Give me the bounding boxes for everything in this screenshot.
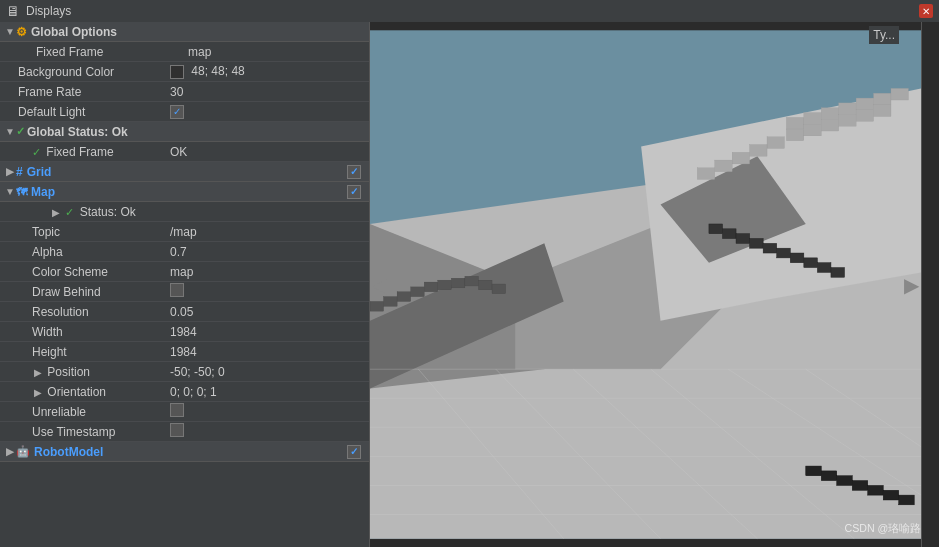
fixed-frame-row[interactable]: Fixed Frame map: [0, 42, 369, 62]
grid-icon: #: [16, 165, 23, 179]
frame-rate-label: Frame Rate: [0, 85, 170, 99]
use-timestamp-value[interactable]: [170, 423, 369, 440]
fixed-frame-value[interactable]: map: [188, 45, 369, 59]
orientation-row[interactable]: ▶ Orientation 0; 0; 0; 1: [0, 382, 369, 402]
default-light-row[interactable]: Default Light ✓: [0, 102, 369, 122]
use-timestamp-row[interactable]: Use Timestamp: [0, 422, 369, 442]
robot-model-header[interactable]: ▶ 🤖 RobotModel ✓: [0, 442, 369, 462]
fixed-frame-status-label: ✓ Fixed Frame: [0, 145, 170, 159]
close-button[interactable]: ✕: [919, 4, 933, 18]
svg-rect-56: [397, 292, 411, 302]
map-checkbox[interactable]: ✓: [347, 185, 361, 199]
grid-checkbox[interactable]: ✓: [347, 165, 361, 179]
topic-row[interactable]: Topic /map: [0, 222, 369, 242]
svg-rect-55: [384, 297, 398, 307]
use-timestamp-checkbox[interactable]: [170, 423, 184, 437]
background-color-row[interactable]: Background Color 48; 48; 48: [0, 62, 369, 82]
height-value[interactable]: 1984: [170, 345, 369, 359]
svg-rect-50: [852, 481, 867, 491]
resolution-value[interactable]: 0.05: [170, 305, 369, 319]
default-light-value[interactable]: ✓: [170, 104, 369, 119]
fixed-frame-label: Fixed Frame: [18, 45, 188, 59]
svg-rect-42: [777, 248, 791, 258]
position-row[interactable]: ▶ Position -50; -50; 0: [0, 362, 369, 382]
resolution-label: Resolution: [0, 305, 170, 319]
position-value[interactable]: -50; -50; 0: [170, 365, 369, 379]
color-scheme-value[interactable]: map: [170, 265, 369, 279]
robot-icon: 🤖: [16, 445, 30, 458]
fixed-frame-ok-icon: ✓: [32, 146, 41, 158]
status-ok-icon: ✓: [16, 125, 25, 138]
svg-rect-22: [839, 103, 856, 115]
gear-icon: ⚙: [16, 25, 27, 39]
width-value[interactable]: 1984: [170, 325, 369, 339]
svg-rect-39: [736, 234, 750, 244]
alpha-row[interactable]: Alpha 0.7: [0, 242, 369, 262]
grid-arrow: ▶: [4, 166, 16, 177]
svg-rect-38: [722, 229, 736, 239]
svg-rect-44: [804, 258, 818, 268]
svg-rect-21: [821, 108, 838, 120]
robot-model-arrow: ▶: [4, 446, 16, 457]
title-bar: 🖥 Displays ✕: [0, 0, 939, 22]
svg-rect-31: [874, 105, 891, 117]
use-timestamp-label: Use Timestamp: [0, 425, 170, 439]
nav-right-arrow[interactable]: ▶: [904, 273, 919, 297]
orientation-label: ▶ Orientation: [0, 385, 170, 399]
unreliable-row[interactable]: Unreliable: [0, 402, 369, 422]
map-ok-icon: ✓: [65, 206, 74, 218]
height-row[interactable]: Height 1984: [0, 342, 369, 362]
color-swatch[interactable]: [170, 65, 184, 79]
svg-rect-47: [806, 466, 821, 476]
width-row[interactable]: Width 1984: [0, 322, 369, 342]
svg-rect-41: [763, 243, 777, 253]
svg-rect-36: [697, 168, 714, 180]
map-arrow: ▼: [4, 186, 16, 197]
window-icon: 🖥: [6, 3, 20, 19]
draw-behind-row[interactable]: Draw Behind: [0, 282, 369, 302]
map-header[interactable]: ▼ 🗺 Map ✓: [0, 182, 369, 202]
svg-rect-59: [438, 280, 452, 290]
3d-scene[interactable]: CSDN @珞喻路小白: [370, 22, 921, 547]
svg-rect-37: [709, 224, 723, 234]
draw-behind-checkbox[interactable]: [170, 283, 184, 297]
svg-rect-51: [868, 485, 883, 495]
3d-view-panel: Ty... ◀ ▶: [370, 22, 921, 547]
status-ok-row[interactable]: ▶ ✓ Status: Ok: [0, 202, 369, 222]
global-status-header[interactable]: ▼ ✓ Global Status: Ok: [0, 122, 369, 142]
orientation-arrow: ▶: [32, 387, 44, 398]
svg-rect-34: [732, 152, 749, 164]
svg-text:CSDN @珞喻路小白: CSDN @珞喻路小白: [844, 522, 921, 534]
displays-panel[interactable]: ▼ ⚙ Global Options Fixed Frame map Backg…: [0, 22, 370, 547]
svg-rect-25: [891, 88, 908, 100]
svg-rect-54: [370, 301, 384, 311]
frame-rate-row[interactable]: Frame Rate 30: [0, 82, 369, 102]
nav-left-arrow[interactable]: ◀: [372, 273, 387, 297]
color-scheme-label: Color Scheme: [0, 265, 170, 279]
unreliable-checkbox[interactable]: [170, 403, 184, 417]
color-scheme-row[interactable]: Color Scheme map: [0, 262, 369, 282]
frame-rate-value[interactable]: 30: [170, 85, 369, 99]
unreliable-label: Unreliable: [0, 405, 170, 419]
svg-rect-48: [821, 471, 836, 481]
global-options-header[interactable]: ▼ ⚙ Global Options: [0, 22, 369, 42]
svg-rect-61: [465, 276, 479, 286]
right-sidebar: [921, 22, 939, 547]
orientation-value[interactable]: 0; 0; 0; 1: [170, 385, 369, 399]
resolution-row[interactable]: Resolution 0.05: [0, 302, 369, 322]
default-light-checkbox[interactable]: ✓: [170, 105, 184, 119]
topic-value[interactable]: /map: [170, 225, 369, 239]
default-light-label: Default Light: [0, 105, 170, 119]
grid-header[interactable]: ▶ # Grid ✓: [0, 162, 369, 182]
draw-behind-value[interactable]: [170, 283, 369, 300]
alpha-label: Alpha: [0, 245, 170, 259]
svg-rect-49: [837, 476, 852, 486]
svg-rect-27: [804, 124, 821, 136]
unreliable-value[interactable]: [170, 403, 369, 420]
map-icon: 🗺: [16, 186, 27, 198]
svg-rect-52: [883, 490, 898, 500]
alpha-value[interactable]: 0.7: [170, 245, 369, 259]
svg-rect-32: [767, 137, 784, 149]
fixed-frame-status-row[interactable]: ✓ Fixed Frame OK: [0, 142, 369, 162]
robot-model-checkbox[interactable]: ✓: [347, 445, 361, 459]
